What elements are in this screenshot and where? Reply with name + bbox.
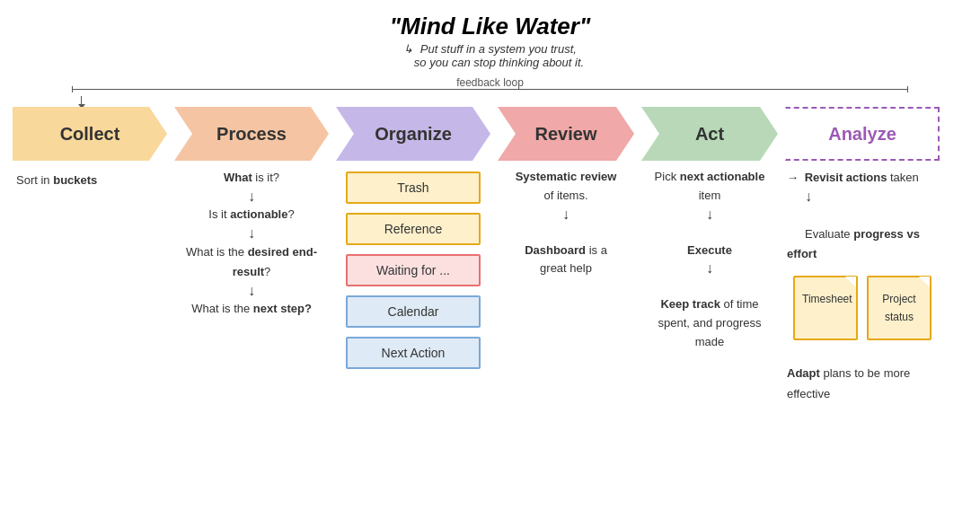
feedback-area: feedback loop (54, 76, 926, 96)
subtitle: ↳ Put stuff in a system you trust, so yo… (0, 42, 980, 69)
col-review: Review Systematic review of items. ↓ Das… (494, 107, 638, 413)
collect-text: Sort in buckets (16, 173, 97, 187)
collect-header: Collect (13, 107, 167, 161)
process-header: Process (174, 107, 329, 161)
title-area: "Mind Like Water" ↳ Put stuff in a syste… (0, 0, 980, 69)
org-box-waiting: Waiting for ... (346, 254, 481, 286)
act-arrow2: ↓ (643, 259, 776, 277)
process-q4: What is the next step? (191, 302, 312, 315)
analyze-adapt: Adapt plans to be more effective (787, 366, 910, 400)
collect-header-wrapper: Collect (9, 107, 171, 161)
feedback-line (72, 89, 908, 90)
feedback-label: feedback loop (456, 76, 524, 89)
org-box-nextaction: Next Action (346, 337, 481, 369)
main-columns: Collect Sort in buckets Process What is … (9, 107, 971, 413)
review-header: Review (498, 107, 634, 161)
act-content: Pick next actionable item ↓ Execute ↓ Ke… (638, 161, 781, 361)
org-box-trash: Trash (346, 171, 481, 204)
organize-header: Organize (336, 107, 490, 161)
organize-header-wrapper: Organize (332, 107, 494, 161)
process-arrow1: ↓ (176, 188, 327, 205)
act-arrow1: ↓ (643, 206, 776, 223)
process-arrow3: ↓ (176, 282, 327, 299)
analyze-boxes: Timesheet Project status (787, 272, 938, 345)
act-header-wrapper: Act (638, 107, 781, 161)
review-line1: Systematic review (516, 170, 617, 183)
analyze-content: → Revisit actions taken ↓ Evaluate progr… (781, 161, 943, 413)
analyze-arrow-icon: → (787, 171, 799, 184)
analyze-arrow1: ↓ (805, 188, 938, 205)
process-header-wrapper: Process (171, 107, 332, 161)
org-box-calendar: Calendar (346, 295, 481, 328)
collect-label: Collect (60, 124, 120, 145)
process-label: Process (216, 124, 287, 145)
review-label: Review (535, 124, 597, 145)
review-content: Systematic review of items. ↓ Dashboard … (494, 161, 638, 287)
act-header: Act (641, 107, 778, 161)
review-line2: of items. (543, 189, 587, 202)
analyze-header-wrapper: Analyze (781, 107, 943, 161)
timesheet-box: Timesheet (793, 276, 858, 341)
process-q1: What is it? (224, 171, 279, 184)
project-status-box: Project status (867, 276, 931, 341)
review-line3: Dashboard is a (525, 243, 607, 257)
subtitle-line1: Put stuff in a system you trust, (420, 42, 577, 56)
act-line1: Pick next actionable (655, 170, 765, 183)
process-q2: Is it actionable? (208, 207, 294, 221)
col-act: Act Pick next actionable item ↓ Execute … (638, 107, 781, 413)
act-line4: Keep track of time spent, and progress m… (658, 297, 762, 348)
main-title: "Mind Like Water" (0, 13, 980, 40)
process-q3: What is the desired end-result? (186, 245, 317, 278)
col-analyze: Analyze → Revisit actions taken ↓ Evalua… (781, 107, 943, 413)
analyze-line2: Evaluate progress vs effort (787, 227, 920, 260)
act-line2: item (699, 189, 721, 202)
col-collect: Collect Sort in buckets (9, 107, 171, 413)
col-process: Process What is it? ↓ Is it actionable? … (171, 107, 332, 413)
act-label: Act (695, 124, 724, 145)
process-content: What is it? ↓ Is it actionable? ↓ What i… (171, 161, 332, 328)
analyze-header: Analyze (785, 107, 940, 161)
process-arrow2: ↓ (176, 224, 327, 242)
review-arrow: ↓ (499, 206, 632, 223)
collect-content: Sort in buckets (9, 161, 171, 199)
timesheet-label: Timesheet (802, 293, 852, 305)
review-line4: great help (540, 261, 592, 275)
project-status-label: Project status (882, 293, 915, 323)
page-wrapper: "Mind Like Water" ↳ Put stuff in a syste… (0, 0, 980, 413)
review-header-wrapper: Review (494, 107, 638, 161)
organize-content: Trash Reference Waiting for ... Calendar… (332, 161, 494, 387)
analyze-label: Analyze (828, 124, 896, 145)
org-box-reference: Reference (346, 213, 481, 245)
feedback-down (63, 96, 980, 107)
act-line3: Execute (687, 243, 732, 257)
subtitle-line2: so you can stop thinking about it. (414, 56, 584, 69)
analyze-line1: Revisit actions taken (805, 171, 919, 184)
subtitle-arrow-icon: ↳ (403, 42, 413, 56)
organize-label: Organize (375, 124, 452, 145)
col-organize: Organize Trash Reference Waiting for ...… (332, 107, 494, 413)
